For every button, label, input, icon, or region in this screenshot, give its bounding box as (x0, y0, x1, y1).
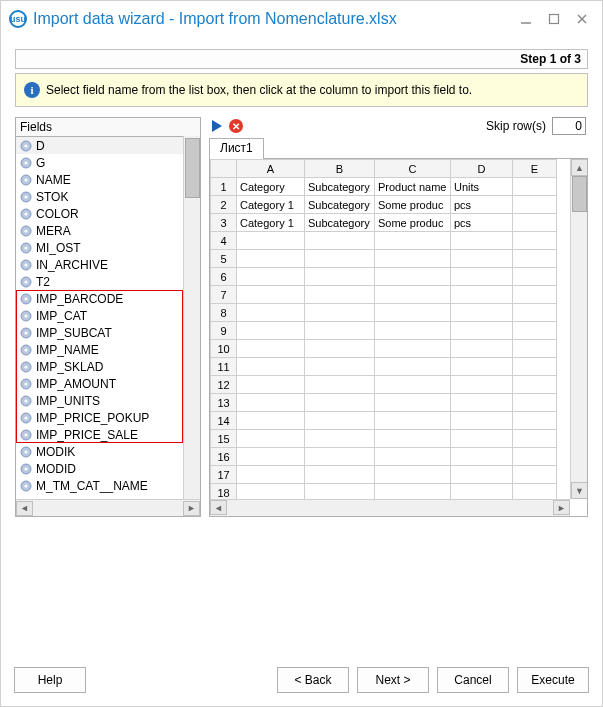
table-row[interactable]: 15 (211, 430, 557, 448)
field-item[interactable]: IMP_SUBCAT (16, 324, 200, 341)
cell[interactable] (513, 448, 557, 466)
cell[interactable] (305, 268, 375, 286)
fields-scrollbar-horizontal[interactable]: ◄ ► (16, 499, 200, 516)
cell[interactable] (451, 286, 513, 304)
field-item[interactable]: MODID (16, 460, 200, 477)
cell[interactable] (305, 358, 375, 376)
execute-button[interactable]: Execute (517, 667, 589, 693)
cell[interactable] (513, 376, 557, 394)
cell[interactable] (237, 340, 305, 358)
cell[interactable] (451, 466, 513, 484)
cell[interactable] (305, 322, 375, 340)
scroll-left-icon[interactable]: ◄ (16, 501, 33, 516)
scroll-left-icon[interactable]: ◄ (210, 500, 227, 515)
cell[interactable] (375, 430, 451, 448)
cell[interactable] (237, 394, 305, 412)
cell[interactable] (305, 448, 375, 466)
field-item[interactable]: G (16, 154, 200, 171)
cell[interactable] (375, 466, 451, 484)
table-row[interactable]: 11 (211, 358, 557, 376)
field-item[interactable]: MODIK (16, 443, 200, 460)
stop-button[interactable]: ✕ (229, 119, 243, 133)
skip-rows-input[interactable] (552, 117, 586, 135)
play-button[interactable] (211, 119, 223, 133)
field-item[interactable]: IMP_CAT (16, 307, 200, 324)
cell[interactable] (375, 340, 451, 358)
row-header[interactable]: 8 (211, 304, 237, 322)
cell[interactable] (375, 322, 451, 340)
cell[interactable]: Category (237, 178, 305, 196)
cell[interactable] (513, 268, 557, 286)
cell[interactable]: Category 1 (237, 196, 305, 214)
scroll-right-icon[interactable]: ► (553, 500, 570, 515)
cell[interactable] (451, 376, 513, 394)
cell[interactable] (305, 430, 375, 448)
table-row[interactable]: 12 (211, 376, 557, 394)
cell[interactable] (513, 232, 557, 250)
cell[interactable] (451, 448, 513, 466)
cell[interactable] (375, 376, 451, 394)
cell[interactable] (237, 448, 305, 466)
cell[interactable] (513, 196, 557, 214)
col-header[interactable]: A (237, 160, 305, 178)
table-row[interactable]: 14 (211, 412, 557, 430)
row-header[interactable]: 4 (211, 232, 237, 250)
cell[interactable]: Category 1 (237, 214, 305, 232)
cell[interactable] (513, 322, 557, 340)
field-item[interactable]: M_TM_CAT__NAME (16, 477, 200, 494)
cell[interactable] (237, 286, 305, 304)
cell[interactable]: Subcategory (305, 214, 375, 232)
table-row[interactable]: 9 (211, 322, 557, 340)
cell[interactable] (305, 250, 375, 268)
table-row[interactable]: 5 (211, 250, 557, 268)
table-row[interactable]: 2Category 1SubcategorySome producpcs (211, 196, 557, 214)
scroll-up-icon[interactable]: ▲ (571, 159, 588, 176)
cell[interactable] (451, 250, 513, 268)
field-item[interactable]: IMP_PRICE_SALE (16, 426, 200, 443)
field-item[interactable]: T2 (16, 273, 200, 290)
cell[interactable] (305, 466, 375, 484)
cell[interactable] (513, 286, 557, 304)
cell[interactable]: Some produc (375, 214, 451, 232)
cell[interactable] (237, 250, 305, 268)
cell[interactable] (237, 412, 305, 430)
grid-scrollbar-horizontal[interactable]: ◄ ► (210, 499, 570, 516)
cell[interactable] (375, 412, 451, 430)
back-button[interactable]: < Back (277, 667, 349, 693)
minimize-button[interactable] (514, 7, 538, 31)
field-item[interactable]: IMP_SKLAD (16, 358, 200, 375)
cell[interactable] (451, 358, 513, 376)
table-row[interactable]: 6 (211, 268, 557, 286)
cell[interactable] (375, 232, 451, 250)
cell[interactable] (305, 286, 375, 304)
cell[interactable]: Some produc (375, 196, 451, 214)
cell[interactable] (513, 430, 557, 448)
row-header[interactable]: 16 (211, 448, 237, 466)
cell[interactable] (237, 430, 305, 448)
cell[interactable]: Subcategory (305, 178, 375, 196)
field-item[interactable]: MI_OST (16, 239, 200, 256)
help-button[interactable]: Help (14, 667, 86, 693)
cell[interactable] (513, 214, 557, 232)
field-item[interactable]: D (16, 137, 200, 154)
cancel-button[interactable]: Cancel (437, 667, 509, 693)
row-header[interactable]: 14 (211, 412, 237, 430)
fields-list[interactable]: DGNAMESTOKCOLORMERAMI_OSTIN_ARCHIVET2IMP… (16, 137, 200, 499)
cell[interactable] (237, 304, 305, 322)
cell[interactable] (305, 232, 375, 250)
table-row[interactable]: 13 (211, 394, 557, 412)
table-row[interactable]: 1CategorySubcategoryProduct nameUnits (211, 178, 557, 196)
cell[interactable] (513, 358, 557, 376)
scroll-down-icon[interactable]: ▼ (571, 482, 588, 499)
cell[interactable] (375, 358, 451, 376)
table-row[interactable]: 16 (211, 448, 557, 466)
cell[interactable] (237, 376, 305, 394)
table-row[interactable]: 8 (211, 304, 557, 322)
field-item[interactable]: IMP_PRICE_POKUP (16, 409, 200, 426)
cell[interactable] (375, 448, 451, 466)
cell[interactable] (375, 268, 451, 286)
fields-scrollbar-vertical[interactable] (183, 136, 200, 499)
table-row[interactable]: 3Category 1SubcategorySome producpcs (211, 214, 557, 232)
cell[interactable]: Subcategory (305, 196, 375, 214)
col-header[interactable]: D (451, 160, 513, 178)
